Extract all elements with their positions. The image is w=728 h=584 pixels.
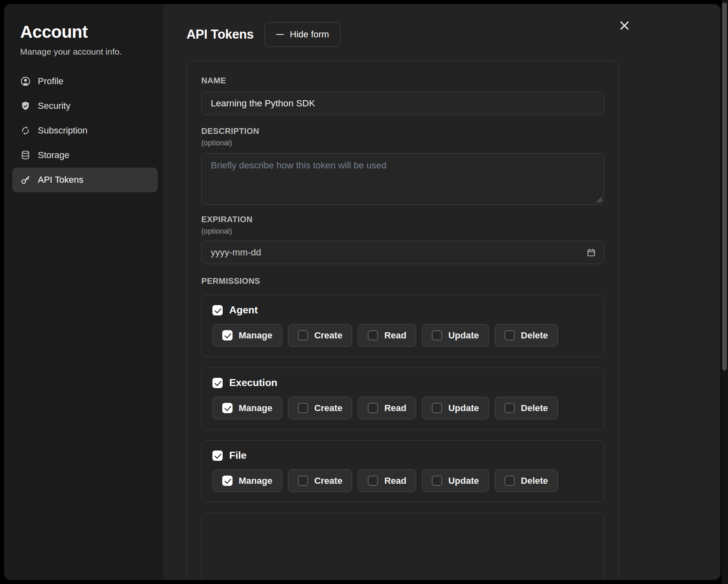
agent-delete-button[interactable]: Delete (495, 324, 558, 347)
sidebar-header: Account Manage your account info. (12, 22, 158, 57)
description-label: DESCRIPTION (201, 126, 604, 136)
permission-group-title: Agent (229, 304, 258, 316)
permission-group-partial (201, 513, 604, 580)
permission-action-label: Create (314, 330, 342, 341)
permission-action-label: Update (448, 330, 479, 341)
agent-read-button[interactable]: Read (358, 324, 416, 347)
key-icon (20, 175, 31, 185)
permission-group-agent: Agent Manage Create Read (201, 295, 604, 357)
execution-create-checkbox[interactable] (298, 403, 308, 413)
account-modal: Account Manage your account info. Profil… (4, 4, 721, 580)
sidebar-item-label: Profile (38, 76, 63, 87)
hide-form-button[interactable]: Hide form (265, 22, 341, 47)
permission-group-title: Execution (229, 377, 277, 389)
permission-action-label: Delete (521, 476, 548, 486)
file-create-checkbox[interactable] (298, 476, 308, 486)
scrollbar-thumb[interactable] (722, 2, 727, 370)
file-update-button[interactable]: Update (422, 469, 489, 492)
execution-group-checkbox[interactable] (212, 378, 223, 388)
scrollbar[interactable] (721, 0, 728, 584)
permission-action-label: Manage (239, 476, 272, 486)
user-icon (20, 76, 31, 87)
execution-delete-button[interactable]: Delete (495, 397, 558, 419)
agent-manage-button[interactable]: Manage (212, 324, 282, 347)
sidebar-item-storage[interactable]: Storage (12, 143, 158, 168)
file-update-checkbox[interactable] (432, 476, 442, 486)
close-button[interactable] (617, 18, 632, 33)
minus-icon (276, 34, 284, 35)
shield-check-icon (20, 101, 31, 111)
permission-action-label: Update (448, 403, 479, 414)
page-title: API Tokens (187, 27, 254, 42)
permission-group-file: File Manage Create Read (201, 440, 604, 502)
execution-update-button[interactable]: Update (422, 397, 489, 419)
sidebar-item-label: Security (38, 101, 70, 111)
name-label: NAME (201, 76, 604, 85)
sidebar-item-subscription[interactable]: Subscription (12, 118, 158, 143)
file-manage-button[interactable]: Manage (212, 469, 282, 492)
execution-update-checkbox[interactable] (432, 403, 442, 413)
permission-group-execution: Execution Manage Create Re (201, 368, 604, 430)
description-textarea[interactable] (201, 153, 604, 205)
file-read-button[interactable]: Read (358, 469, 416, 492)
file-delete-button[interactable]: Delete (495, 469, 558, 492)
execution-delete-checkbox[interactable] (505, 403, 515, 413)
file-read-checkbox[interactable] (368, 476, 378, 486)
refresh-icon (20, 125, 31, 136)
execution-create-button[interactable]: Create (288, 397, 352, 419)
execution-manage-checkbox[interactable] (222, 403, 233, 413)
sidebar-item-label: API Tokens (38, 175, 83, 185)
agent-delete-checkbox[interactable] (505, 330, 515, 340)
agent-update-checkbox[interactable] (432, 330, 442, 340)
agent-update-button[interactable]: Update (422, 324, 489, 347)
sidebar-item-label: Subscription (38, 125, 88, 136)
sidebar-item-label: Storage (38, 150, 69, 161)
resize-handle-icon[interactable] (597, 197, 602, 203)
permission-action-label: Create (314, 476, 342, 486)
agent-create-checkbox[interactable] (298, 330, 308, 340)
file-create-button[interactable]: Create (288, 469, 352, 492)
execution-read-checkbox[interactable] (368, 403, 378, 413)
permission-action-label: Delete (521, 403, 548, 414)
file-delete-checkbox[interactable] (505, 476, 515, 486)
execution-read-button[interactable]: Read (358, 397, 416, 419)
agent-manage-checkbox[interactable] (222, 330, 233, 340)
token-form-card: NAME DESCRIPTION (optional) EXPIRATION (… (187, 61, 619, 580)
agent-create-button[interactable]: Create (288, 324, 352, 347)
permission-action-label: Delete (521, 330, 548, 341)
permission-action-label: Manage (239, 330, 272, 341)
permission-action-label: Manage (239, 403, 272, 414)
hide-form-label: Hide form (290, 29, 329, 40)
expiration-date-input[interactable] (201, 241, 604, 264)
database-icon (20, 150, 31, 161)
permission-action-label: Create (314, 403, 342, 414)
permission-action-label: Read (384, 476, 406, 486)
name-input[interactable] (201, 92, 604, 115)
permission-action-label: Read (384, 330, 406, 341)
main-panel: API Tokens Hide form NAME DESCRIPTION (o… (164, 4, 721, 580)
sidebar-item-profile[interactable]: Profile (12, 69, 158, 94)
agent-read-checkbox[interactable] (368, 330, 378, 340)
permission-group-title: File (229, 450, 247, 461)
calendar-icon[interactable] (586, 248, 596, 258)
expiration-optional-note: (optional) (201, 227, 604, 236)
sidebar-item-api-tokens[interactable]: API Tokens (12, 168, 158, 192)
file-manage-checkbox[interactable] (222, 476, 233, 486)
permission-action-label: Update (448, 476, 479, 486)
page: Account Manage your account info. Profil… (0, 0, 728, 584)
description-optional-note: (optional) (201, 139, 604, 147)
header-row: API Tokens Hide form (187, 22, 721, 47)
sidebar-subtitle: Manage your account info. (20, 47, 158, 57)
agent-group-checkbox[interactable] (212, 305, 223, 315)
sidebar-item-security[interactable]: Security (12, 94, 158, 118)
sidebar: Account Manage your account info. Profil… (4, 4, 164, 580)
sidebar-nav: Profile Security Subscription (12, 69, 158, 192)
permission-action-label: Read (384, 403, 406, 414)
file-group-checkbox[interactable] (212, 451, 223, 461)
expiration-label: EXPIRATION (201, 215, 604, 224)
execution-manage-button[interactable]: Manage (212, 397, 282, 419)
permissions-label: PERMISSIONS (201, 276, 604, 286)
sidebar-title: Account (20, 22, 158, 42)
